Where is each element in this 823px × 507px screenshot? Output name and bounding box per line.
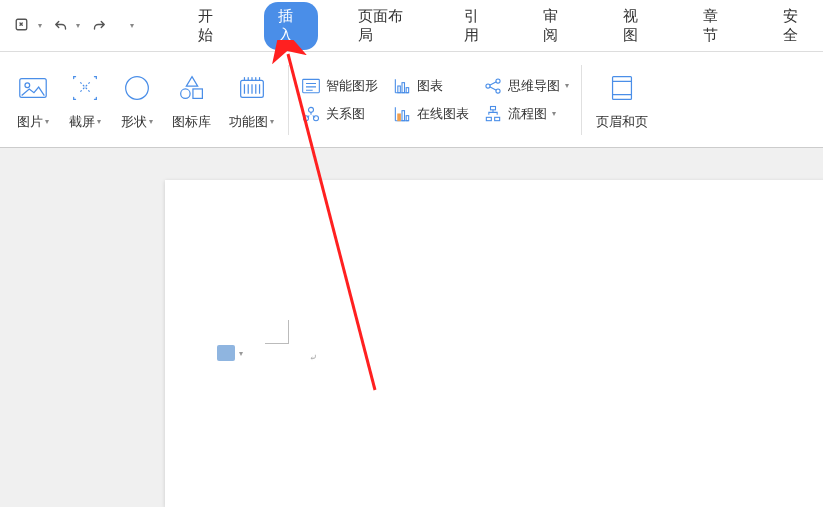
mindmap-label: 思维导图: [508, 77, 560, 95]
onlinechart-icon: [392, 104, 412, 124]
headerfooter-icon: [605, 69, 639, 107]
separator: [581, 65, 582, 135]
tab-insert[interactable]: 插入: [264, 2, 318, 50]
document-page[interactable]: ▾ ⤶: [165, 180, 823, 507]
svg-rect-12: [402, 82, 405, 92]
chevron-down-icon: ▾: [45, 117, 49, 126]
chart-button[interactable]: 图表: [392, 76, 469, 96]
funcchart-label: 功能图: [229, 113, 268, 131]
caret-icon: ▾: [76, 21, 80, 30]
separator: [288, 65, 289, 135]
shapes-button[interactable]: 形状▾: [112, 69, 162, 131]
funcchart-icon: [235, 69, 269, 107]
relation-icon: [301, 104, 321, 124]
iconlib-label: 图标库: [172, 113, 211, 131]
iconlib-button[interactable]: 图标库: [164, 69, 219, 131]
screenshot-label: 截屏: [69, 113, 95, 131]
chevron-down-icon: ▾: [270, 117, 274, 126]
chevron-down-icon: ▾: [97, 117, 101, 126]
tab-reference[interactable]: 引用: [450, 2, 504, 50]
tab-start[interactable]: 开始: [184, 2, 238, 50]
tab-view[interactable]: 视图: [609, 2, 663, 50]
chevron-down-icon: ▾: [552, 109, 556, 118]
svg-rect-1: [20, 78, 46, 97]
paragraph-mark: ⤶: [309, 352, 317, 363]
flowchart-button[interactable]: 流程图 ▾: [483, 104, 569, 124]
headerfooter-button[interactable]: 页眉和页: [588, 69, 656, 131]
tab-security[interactable]: 安全: [769, 2, 823, 50]
chevron-down-icon: ▾: [149, 117, 153, 126]
svg-point-2: [25, 82, 30, 87]
smartart-button[interactable]: 智能图形: [301, 76, 378, 96]
svg-rect-14: [398, 114, 401, 121]
svg-point-18: [496, 78, 500, 82]
onlinechart-label: 在线图表: [417, 105, 469, 123]
screenshot-icon: [68, 69, 102, 107]
onlinechart-button[interactable]: 在线图表: [392, 104, 469, 124]
smartart-label: 智能图形: [326, 77, 378, 95]
smartart-icon: [301, 76, 321, 96]
svg-rect-20: [491, 106, 496, 109]
funcchart-button[interactable]: 功能图▾: [221, 69, 282, 131]
section-badge-icon: [217, 345, 235, 361]
relation-button[interactable]: 关系图: [301, 104, 378, 124]
caret-icon: ▾: [130, 21, 134, 30]
mindmap-icon: [483, 76, 503, 96]
shapes-icon: [120, 69, 154, 107]
picture-label: 图片: [17, 113, 43, 131]
undo-icon[interactable]: [48, 13, 74, 39]
flowchart-icon: [483, 104, 503, 124]
svg-rect-5: [192, 88, 201, 97]
chart-label: 图表: [417, 77, 443, 95]
tab-page-layout[interactable]: 页面布局: [344, 2, 424, 50]
svg-point-19: [496, 88, 500, 92]
svg-rect-22: [495, 117, 500, 120]
search-icon[interactable]: [10, 13, 36, 39]
redo-icon[interactable]: [86, 13, 112, 39]
caret-icon: ▾: [38, 21, 42, 30]
tab-review[interactable]: 审阅: [529, 2, 583, 50]
relation-label: 关系图: [326, 105, 365, 123]
iconlib-icon: [175, 69, 209, 107]
svg-rect-11: [398, 86, 401, 93]
flowchart-label: 流程图: [508, 105, 547, 123]
picture-button[interactable]: 图片▾: [8, 69, 58, 131]
svg-point-4: [180, 88, 189, 97]
tab-section[interactable]: 章节: [689, 2, 743, 50]
svg-rect-15: [402, 110, 405, 120]
svg-point-3: [126, 76, 149, 99]
svg-point-17: [486, 83, 490, 87]
svg-point-8: [309, 107, 314, 112]
svg-rect-16: [406, 115, 409, 120]
section-marker[interactable]: ▾: [217, 345, 243, 361]
chevron-down-icon: ▾: [239, 349, 243, 358]
svg-rect-21: [486, 117, 491, 120]
picture-icon: [16, 69, 50, 107]
chart-icon: [392, 76, 412, 96]
chevron-down-icon: ▾: [565, 81, 569, 90]
margin-corner: [265, 320, 289, 344]
svg-rect-23: [613, 76, 632, 99]
shapes-label: 形状: [121, 113, 147, 131]
mindmap-button[interactable]: 思维导图 ▾: [483, 76, 569, 96]
svg-rect-13: [406, 87, 409, 92]
headerfooter-label: 页眉和页: [596, 113, 648, 131]
screenshot-button[interactable]: 截屏▾: [60, 69, 110, 131]
